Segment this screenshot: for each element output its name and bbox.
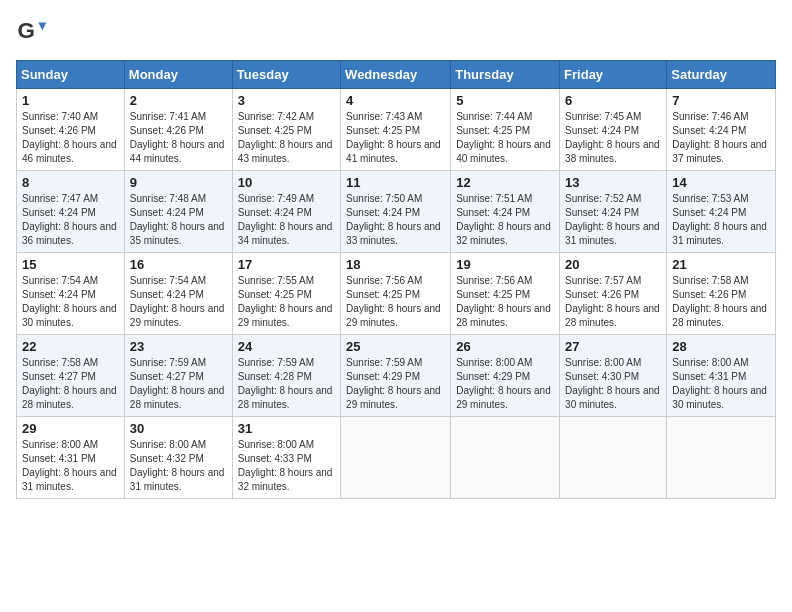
calendar-cell: 13 Sunrise: 7:52 AMSunset: 4:24 PMDaylig… bbox=[560, 171, 667, 253]
calendar-cell: 2 Sunrise: 7:41 AMSunset: 4:26 PMDayligh… bbox=[124, 89, 232, 171]
day-number: 30 bbox=[130, 421, 227, 436]
calendar-cell bbox=[341, 417, 451, 499]
day-info: Sunrise: 7:51 AMSunset: 4:24 PMDaylight:… bbox=[456, 192, 554, 248]
day-number: 25 bbox=[346, 339, 445, 354]
calendar-header-monday: Monday bbox=[124, 61, 232, 89]
day-info: Sunrise: 7:40 AMSunset: 4:26 PMDaylight:… bbox=[22, 110, 119, 166]
day-number: 21 bbox=[672, 257, 770, 272]
day-number: 17 bbox=[238, 257, 335, 272]
day-number: 27 bbox=[565, 339, 661, 354]
day-info: Sunrise: 7:42 AMSunset: 4:25 PMDaylight:… bbox=[238, 110, 335, 166]
day-info: Sunrise: 7:59 AMSunset: 4:29 PMDaylight:… bbox=[346, 356, 445, 412]
day-number: 14 bbox=[672, 175, 770, 190]
day-info: Sunrise: 8:00 AMSunset: 4:32 PMDaylight:… bbox=[130, 438, 227, 494]
day-info: Sunrise: 7:58 AMSunset: 4:26 PMDaylight:… bbox=[672, 274, 770, 330]
calendar-week-4: 22 Sunrise: 7:58 AMSunset: 4:27 PMDaylig… bbox=[17, 335, 776, 417]
calendar-cell: 17 Sunrise: 7:55 AMSunset: 4:25 PMDaylig… bbox=[232, 253, 340, 335]
day-info: Sunrise: 7:47 AMSunset: 4:24 PMDaylight:… bbox=[22, 192, 119, 248]
calendar-cell: 28 Sunrise: 8:00 AMSunset: 4:31 PMDaylig… bbox=[667, 335, 776, 417]
day-number: 5 bbox=[456, 93, 554, 108]
day-number: 16 bbox=[130, 257, 227, 272]
page-header: G bbox=[16, 16, 776, 48]
calendar-cell: 15 Sunrise: 7:54 AMSunset: 4:24 PMDaylig… bbox=[17, 253, 125, 335]
day-number: 22 bbox=[22, 339, 119, 354]
calendar-header-row: SundayMondayTuesdayWednesdayThursdayFrid… bbox=[17, 61, 776, 89]
calendar-cell bbox=[451, 417, 560, 499]
day-info: Sunrise: 7:45 AMSunset: 4:24 PMDaylight:… bbox=[565, 110, 661, 166]
day-number: 26 bbox=[456, 339, 554, 354]
calendar-cell: 18 Sunrise: 7:56 AMSunset: 4:25 PMDaylig… bbox=[341, 253, 451, 335]
calendar-cell: 8 Sunrise: 7:47 AMSunset: 4:24 PMDayligh… bbox=[17, 171, 125, 253]
day-number: 11 bbox=[346, 175, 445, 190]
calendar-cell: 10 Sunrise: 7:49 AMSunset: 4:24 PMDaylig… bbox=[232, 171, 340, 253]
day-number: 13 bbox=[565, 175, 661, 190]
calendar-cell: 31 Sunrise: 8:00 AMSunset: 4:33 PMDaylig… bbox=[232, 417, 340, 499]
day-info: Sunrise: 7:50 AMSunset: 4:24 PMDaylight:… bbox=[346, 192, 445, 248]
svg-marker-1 bbox=[38, 22, 46, 30]
calendar-header-thursday: Thursday bbox=[451, 61, 560, 89]
day-number: 7 bbox=[672, 93, 770, 108]
day-info: Sunrise: 7:55 AMSunset: 4:25 PMDaylight:… bbox=[238, 274, 335, 330]
calendar-cell: 11 Sunrise: 7:50 AMSunset: 4:24 PMDaylig… bbox=[341, 171, 451, 253]
day-number: 12 bbox=[456, 175, 554, 190]
day-number: 4 bbox=[346, 93, 445, 108]
day-info: Sunrise: 7:49 AMSunset: 4:24 PMDaylight:… bbox=[238, 192, 335, 248]
calendar-cell: 19 Sunrise: 7:56 AMSunset: 4:25 PMDaylig… bbox=[451, 253, 560, 335]
calendar-week-1: 1 Sunrise: 7:40 AMSunset: 4:26 PMDayligh… bbox=[17, 89, 776, 171]
day-number: 18 bbox=[346, 257, 445, 272]
day-info: Sunrise: 7:54 AMSunset: 4:24 PMDaylight:… bbox=[22, 274, 119, 330]
calendar-cell: 4 Sunrise: 7:43 AMSunset: 4:25 PMDayligh… bbox=[341, 89, 451, 171]
day-number: 23 bbox=[130, 339, 227, 354]
calendar-cell: 26 Sunrise: 8:00 AMSunset: 4:29 PMDaylig… bbox=[451, 335, 560, 417]
calendar-cell: 23 Sunrise: 7:59 AMSunset: 4:27 PMDaylig… bbox=[124, 335, 232, 417]
calendar-header-friday: Friday bbox=[560, 61, 667, 89]
calendar-cell: 21 Sunrise: 7:58 AMSunset: 4:26 PMDaylig… bbox=[667, 253, 776, 335]
calendar-cell: 7 Sunrise: 7:46 AMSunset: 4:24 PMDayligh… bbox=[667, 89, 776, 171]
calendar-cell: 9 Sunrise: 7:48 AMSunset: 4:24 PMDayligh… bbox=[124, 171, 232, 253]
calendar-header-sunday: Sunday bbox=[17, 61, 125, 89]
day-number: 28 bbox=[672, 339, 770, 354]
day-number: 8 bbox=[22, 175, 119, 190]
calendar-week-2: 8 Sunrise: 7:47 AMSunset: 4:24 PMDayligh… bbox=[17, 171, 776, 253]
day-number: 24 bbox=[238, 339, 335, 354]
calendar-cell: 14 Sunrise: 7:53 AMSunset: 4:24 PMDaylig… bbox=[667, 171, 776, 253]
day-info: Sunrise: 8:00 AMSunset: 4:33 PMDaylight:… bbox=[238, 438, 335, 494]
day-info: Sunrise: 8:00 AMSunset: 4:29 PMDaylight:… bbox=[456, 356, 554, 412]
calendar-cell: 12 Sunrise: 7:51 AMSunset: 4:24 PMDaylig… bbox=[451, 171, 560, 253]
day-number: 19 bbox=[456, 257, 554, 272]
calendar-header-tuesday: Tuesday bbox=[232, 61, 340, 89]
day-info: Sunrise: 7:56 AMSunset: 4:25 PMDaylight:… bbox=[456, 274, 554, 330]
calendar-cell bbox=[560, 417, 667, 499]
calendar-cell bbox=[667, 417, 776, 499]
day-number: 20 bbox=[565, 257, 661, 272]
day-info: Sunrise: 7:56 AMSunset: 4:25 PMDaylight:… bbox=[346, 274, 445, 330]
day-info: Sunrise: 7:41 AMSunset: 4:26 PMDaylight:… bbox=[130, 110, 227, 166]
logo: G bbox=[16, 16, 52, 48]
calendar-table: SundayMondayTuesdayWednesdayThursdayFrid… bbox=[16, 60, 776, 499]
calendar-cell: 24 Sunrise: 7:59 AMSunset: 4:28 PMDaylig… bbox=[232, 335, 340, 417]
day-info: Sunrise: 7:58 AMSunset: 4:27 PMDaylight:… bbox=[22, 356, 119, 412]
day-info: Sunrise: 7:44 AMSunset: 4:25 PMDaylight:… bbox=[456, 110, 554, 166]
day-number: 1 bbox=[22, 93, 119, 108]
day-info: Sunrise: 7:59 AMSunset: 4:27 PMDaylight:… bbox=[130, 356, 227, 412]
day-number: 9 bbox=[130, 175, 227, 190]
day-number: 31 bbox=[238, 421, 335, 436]
day-number: 15 bbox=[22, 257, 119, 272]
calendar-cell: 29 Sunrise: 8:00 AMSunset: 4:31 PMDaylig… bbox=[17, 417, 125, 499]
day-info: Sunrise: 7:48 AMSunset: 4:24 PMDaylight:… bbox=[130, 192, 227, 248]
calendar-week-5: 29 Sunrise: 8:00 AMSunset: 4:31 PMDaylig… bbox=[17, 417, 776, 499]
day-info: Sunrise: 8:00 AMSunset: 4:30 PMDaylight:… bbox=[565, 356, 661, 412]
calendar-cell: 16 Sunrise: 7:54 AMSunset: 4:24 PMDaylig… bbox=[124, 253, 232, 335]
day-number: 29 bbox=[22, 421, 119, 436]
day-info: Sunrise: 7:59 AMSunset: 4:28 PMDaylight:… bbox=[238, 356, 335, 412]
calendar-week-3: 15 Sunrise: 7:54 AMSunset: 4:24 PMDaylig… bbox=[17, 253, 776, 335]
calendar-header-wednesday: Wednesday bbox=[341, 61, 451, 89]
calendar-cell: 27 Sunrise: 8:00 AMSunset: 4:30 PMDaylig… bbox=[560, 335, 667, 417]
calendar-cell: 22 Sunrise: 7:58 AMSunset: 4:27 PMDaylig… bbox=[17, 335, 125, 417]
day-number: 3 bbox=[238, 93, 335, 108]
day-number: 2 bbox=[130, 93, 227, 108]
day-info: Sunrise: 7:54 AMSunset: 4:24 PMDaylight:… bbox=[130, 274, 227, 330]
day-number: 6 bbox=[565, 93, 661, 108]
calendar-cell: 5 Sunrise: 7:44 AMSunset: 4:25 PMDayligh… bbox=[451, 89, 560, 171]
day-info: Sunrise: 7:52 AMSunset: 4:24 PMDaylight:… bbox=[565, 192, 661, 248]
